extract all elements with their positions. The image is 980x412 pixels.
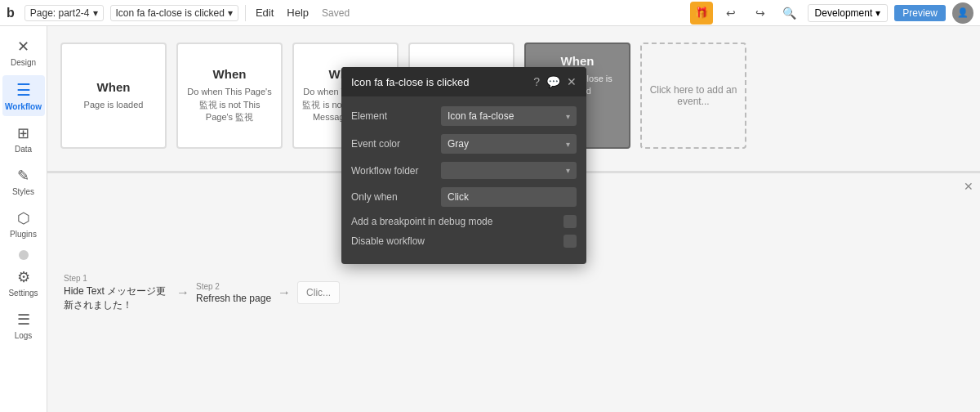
- styles-icon: ✎: [17, 167, 29, 185]
- step-2-text: Refresh the page: [196, 293, 271, 304]
- modal-body: Element Icon fa fa-close ▾ Event color G…: [341, 96, 586, 264]
- workflow-card-add[interactable]: Click here to add an event...: [640, 43, 746, 149]
- checkbox-breakpoint-label: Add a breakpoint in debug mode: [351, 216, 557, 227]
- sidebar-label-design: Design: [11, 58, 36, 67]
- workflow-card-2[interactable]: When Do when This Page's 監視 is not This …: [176, 43, 283, 149]
- workflow-icon: ☰: [16, 80, 31, 100]
- modal-title: Icon fa fa-close is clicked: [351, 76, 470, 88]
- sidebar-item-plugins[interactable]: ⬡ Plugins: [2, 204, 45, 244]
- step-1-text: Hide Text メッセージ更新されました！: [64, 284, 170, 312]
- trigger-selector[interactable]: Icon fa fa-close is clicked ▾: [110, 5, 238, 21]
- checkbox-breakpoint[interactable]: [564, 215, 577, 228]
- sidebar: ✕ Design ☰ Workflow ⊞ Data ✎ Styles ⬡ Pl…: [0, 26, 47, 412]
- content-close-button[interactable]: ✕: [964, 180, 973, 193]
- workflow-folder-chevron: ▾: [566, 166, 570, 175]
- sidebar-item-data[interactable]: ⊞ Data: [2, 119, 45, 159]
- gift-icon: 🎁: [695, 7, 708, 19]
- step-1-label: Step 1: [64, 274, 170, 283]
- step-1-arrow: →: [176, 285, 189, 300]
- preview-label: Preview: [902, 7, 938, 19]
- gift-button[interactable]: 🎁: [690, 2, 713, 25]
- sidebar-label-data: Data: [15, 145, 32, 154]
- only-when-value: Click: [448, 191, 469, 203]
- topbar-divider: [245, 5, 246, 21]
- workflow-folder-dropdown[interactable]: ▾: [441, 162, 577, 179]
- form-row-workflow-folder: Workflow folder ▾: [351, 162, 577, 179]
- modal-header: Icon fa fa-close is clicked ? 💬 ✕: [341, 67, 586, 96]
- menu-help[interactable]: Help: [287, 7, 309, 19]
- sidebar-item-logs[interactable]: ☰ Logs: [2, 306, 45, 345]
- search-button[interactable]: 🔍: [778, 2, 801, 25]
- workflow-card-1[interactable]: When Page is loaded: [60, 43, 167, 149]
- sidebar-item-workflow[interactable]: ☰ Workflow: [2, 75, 45, 116]
- topbar-menu: Edit Help Saved: [256, 7, 350, 19]
- plugins-icon: ⬡: [17, 209, 30, 227]
- sidebar-expand-arrow[interactable]: [19, 250, 29, 260]
- topbar: b Page: part2-4 ▾ Icon fa fa-close is cl…: [0, 0, 980, 26]
- only-when-label: Only when: [351, 191, 441, 203]
- modal-dialog: Icon fa fa-close is clicked ? 💬 ✕ Elemen…: [341, 67, 586, 264]
- undo-button[interactable]: ↩: [719, 2, 742, 25]
- card1-description: Page is loaded: [84, 99, 144, 111]
- card5-when: When: [561, 54, 595, 68]
- modal-close-icon[interactable]: ✕: [567, 75, 577, 88]
- checkbox-disable-label: Disable workflow: [351, 235, 557, 247]
- sidebar-item-settings[interactable]: ⚙ Settings: [2, 263, 45, 302]
- step-2-block: Step 2 Refresh the page: [196, 282, 271, 304]
- card2-when: When: [213, 67, 247, 81]
- checkbox-breakpoint-row: Add a breakpoint in debug mode: [351, 215, 577, 228]
- modal-chat-icon[interactable]: 💬: [546, 75, 560, 88]
- topbar-right: 🎁 ↩ ↪ 🔍 Development ▾ Preview 👤: [690, 2, 973, 25]
- event-color-chevron: ▾: [566, 140, 570, 149]
- design-icon: ✕: [17, 38, 29, 56]
- element-value: Icon fa fa-close: [448, 110, 514, 122]
- preview-button[interactable]: Preview: [894, 5, 946, 21]
- sidebar-label-logs: Logs: [15, 331, 33, 340]
- sidebar-label-styles: Styles: [12, 187, 34, 196]
- sidebar-item-design[interactable]: ✕ Design: [2, 33, 45, 72]
- page-selector-chevron: ▾: [93, 7, 98, 19]
- element-chevron: ▾: [566, 112, 570, 121]
- saved-status: Saved: [322, 7, 350, 19]
- only-when-input[interactable]: Click: [441, 187, 577, 207]
- trigger-selector-chevron: ▾: [228, 7, 233, 19]
- add-card-text: Click here to add an event...: [648, 84, 738, 107]
- sidebar-item-styles[interactable]: ✎ Styles: [2, 162, 45, 201]
- sidebar-label-settings: Settings: [8, 289, 38, 298]
- data-icon: ⊞: [17, 124, 29, 142]
- workflow-folder-label: Workflow folder: [351, 165, 441, 177]
- dev-selector-chevron: ▾: [875, 7, 880, 19]
- event-color-dropdown[interactable]: Gray ▾: [441, 134, 577, 154]
- redo-button[interactable]: ↪: [749, 2, 772, 25]
- form-row-element: Element Icon fa fa-close ▾: [351, 106, 577, 126]
- step-2-label: Step 2: [196, 282, 271, 291]
- modal-help-icon[interactable]: ?: [533, 75, 540, 88]
- avatar-icon: 👤: [957, 7, 969, 18]
- modal-header-actions: ? 💬 ✕: [533, 75, 577, 88]
- settings-icon: ⚙: [17, 268, 30, 286]
- checkbox-disable[interactable]: [564, 235, 577, 248]
- step-1-block: Step 1 Hide Text メッセージ更新されました！: [64, 274, 170, 312]
- menu-edit[interactable]: Edit: [256, 7, 274, 19]
- page-selector-label: Page: part2-4: [30, 7, 90, 19]
- redo-icon: ↪: [755, 7, 765, 20]
- logs-icon: ☰: [17, 311, 30, 329]
- element-dropdown[interactable]: Icon fa fa-close ▾: [441, 106, 577, 126]
- step-3-partial: Clic...: [297, 281, 340, 304]
- trigger-selector-label: Icon fa fa-close is clicked: [116, 7, 225, 19]
- step-2-arrow: →: [278, 285, 291, 300]
- user-avatar[interactable]: 👤: [952, 2, 973, 24]
- event-color-label: Event color: [351, 138, 441, 150]
- event-color-value: Gray: [448, 138, 469, 150]
- search-icon: 🔍: [782, 7, 796, 20]
- only-when-row: Only when Click: [351, 187, 577, 207]
- card1-when: When: [97, 80, 131, 94]
- page-selector[interactable]: Page: part2-4 ▾: [24, 5, 104, 21]
- element-label: Element: [351, 110, 441, 122]
- undo-icon: ↩: [726, 7, 736, 20]
- checkbox-disable-row: Disable workflow: [351, 235, 577, 248]
- main-layout: ✕ Design ☰ Workflow ⊞ Data ✎ Styles ⬡ Pl…: [0, 26, 980, 412]
- dev-selector[interactable]: Development ▾: [808, 4, 889, 22]
- content-area: When Page is loaded When Do when This Pa…: [47, 26, 980, 412]
- app-logo: b: [7, 6, 15, 20]
